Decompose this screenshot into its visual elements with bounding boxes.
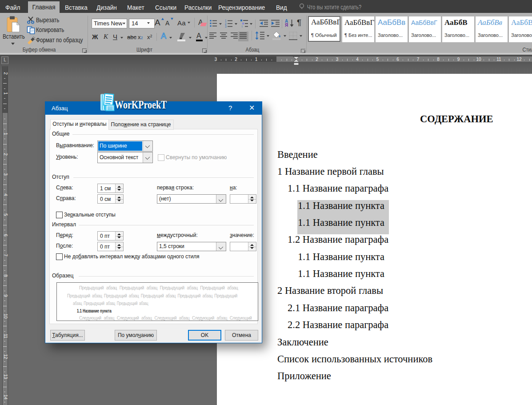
svg-text:i: i: [242, 25, 242, 28]
svg-text:3: 3: [225, 25, 227, 28]
